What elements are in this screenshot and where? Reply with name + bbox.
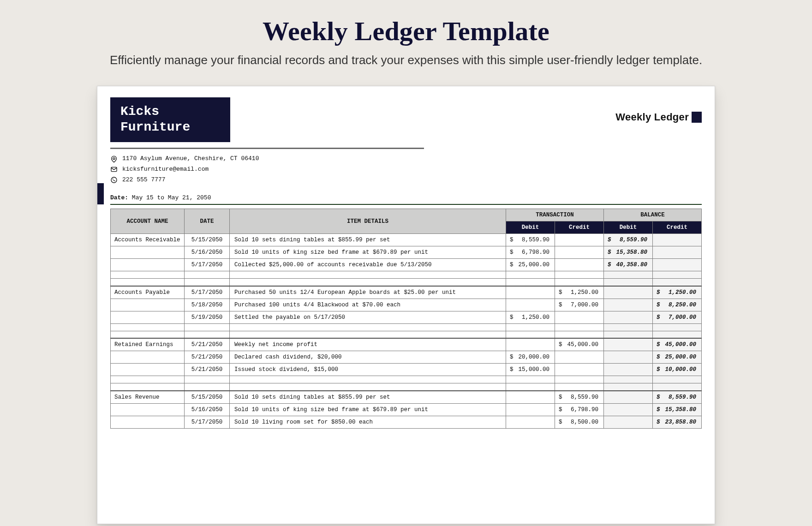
cell-b-credit: $1,250.00 xyxy=(652,286,701,299)
location-icon xyxy=(110,155,118,163)
cell-b-debit: $15,358.80 xyxy=(603,246,652,259)
cell-item: Weekly net income profit xyxy=(230,338,506,351)
email-icon xyxy=(110,166,118,173)
cell-b-credit: $8,559.90 xyxy=(652,391,701,404)
contact-block: 1170 Asylum Avenue, Cheshire, CT 06410 k… xyxy=(110,154,702,185)
table-row: Accounts Payable5/17/2050Purchased 50 un… xyxy=(111,286,702,299)
brand-line1: Kicks xyxy=(120,104,159,119)
weekly-ledger-label: Weekly Ledger xyxy=(615,111,689,123)
brand-line2: Furniture xyxy=(120,120,219,135)
cell-item: Sold 10 units of king size bed frame at … xyxy=(230,403,506,416)
cell-t-credit: $8,559.90 xyxy=(555,391,603,404)
cell-b-credit xyxy=(652,259,701,271)
cell-t-debit xyxy=(506,338,555,351)
cell-t-credit xyxy=(555,246,603,259)
cell-date: 5/21/2050 xyxy=(185,351,230,364)
cell-b-debit xyxy=(603,403,652,416)
page-title: Weekly Ledger Template xyxy=(0,16,812,47)
cell-date: 5/18/2050 xyxy=(185,299,230,311)
cell-account: Accounts Receivable xyxy=(111,234,185,246)
table-spacer xyxy=(111,376,702,383)
weekly-ledger-title: Weekly Ledger xyxy=(615,111,702,123)
cell-item: Collected $25,000.00 of accounts receiva… xyxy=(230,259,506,271)
cell-t-credit: $1,250.00 xyxy=(555,286,603,299)
cell-account xyxy=(111,351,185,364)
cell-b-debit xyxy=(603,286,652,299)
cell-t-credit: $8,500.00 xyxy=(555,416,603,428)
cell-t-credit xyxy=(555,311,603,323)
cell-b-credit: $45,000.00 xyxy=(652,338,701,351)
cell-account xyxy=(111,416,185,428)
col-balance: BALANCE xyxy=(603,209,701,221)
header-divider xyxy=(110,148,424,149)
table-spacer xyxy=(111,323,702,331)
cell-b-debit xyxy=(603,416,652,428)
cell-b-credit: $23,858.80 xyxy=(652,416,701,428)
col-t-credit: Credit xyxy=(555,221,603,234)
cell-b-debit xyxy=(603,299,652,311)
cell-account xyxy=(111,299,185,311)
page-subtitle: Efficiently manage your financial record… xyxy=(0,53,812,67)
table-row: 5/17/2050Collected $25,000.00 of account… xyxy=(111,259,702,271)
cell-b-credit: $10,000.00 xyxy=(652,364,701,376)
table-row: Retained Earnings5/21/2050Weekly net inc… xyxy=(111,338,702,351)
cell-account xyxy=(111,311,185,323)
cell-b-debit xyxy=(603,351,652,364)
table-spacer xyxy=(111,331,702,338)
cell-account: Retained Earnings xyxy=(111,338,185,351)
date-value: May 15 to May 21, 2050 xyxy=(132,194,211,201)
cell-t-debit: $20,000.00 xyxy=(506,351,555,364)
svg-point-0 xyxy=(113,157,115,159)
table-row: 5/17/2050Sold 10 living room set for $85… xyxy=(111,416,702,428)
cell-account xyxy=(111,259,185,271)
cell-t-debit xyxy=(506,416,555,428)
cell-item: Purchased 50 units 12/4 European Apple b… xyxy=(230,286,506,299)
cell-t-debit xyxy=(506,299,555,311)
col-item: ITEM DETAILS xyxy=(230,209,506,234)
cell-t-credit: $45,000.00 xyxy=(555,338,603,351)
cell-b-debit xyxy=(603,364,652,376)
date-range: Date: May 15 to May 21, 2050 xyxy=(110,194,702,201)
col-date: DATE xyxy=(185,209,230,234)
cell-item: Issued stock dividend, $15,000 xyxy=(230,364,506,376)
cell-t-debit: $1,250.00 xyxy=(506,311,555,323)
cell-account: Accounts Payable xyxy=(111,286,185,299)
cell-item: Purchased 100 units 4/4 Blackwood at $70… xyxy=(230,299,506,311)
table-spacer xyxy=(111,279,702,286)
ledger-sheet: Kicks Furniture Weekly Ledger 1170 Asylu… xyxy=(97,86,715,524)
svg-point-2 xyxy=(111,177,117,183)
cell-item: Sold 10 sets dining tables at $855.99 pe… xyxy=(230,234,506,246)
col-t-debit: Debit xyxy=(506,221,555,234)
cell-date: 5/15/2050 xyxy=(185,391,230,404)
cell-t-debit xyxy=(506,391,555,404)
table-spacer xyxy=(111,383,702,391)
cell-item: Sold 10 living room set for $850.00 each xyxy=(230,416,506,428)
table-header-row-1: ACCOUNT NAME DATE ITEM DETAILS TRANSACTI… xyxy=(111,209,702,221)
cell-t-credit: $7,000.00 xyxy=(555,299,603,311)
table-spacer xyxy=(111,271,702,279)
cell-t-credit xyxy=(555,351,603,364)
table-row: 5/19/2050Settled the payable on 5/17/205… xyxy=(111,311,702,323)
cell-date: 5/16/2050 xyxy=(185,403,230,416)
cell-date: 5/15/2050 xyxy=(185,234,230,246)
cell-t-debit xyxy=(506,286,555,299)
cell-b-credit: $15,358.80 xyxy=(652,403,701,416)
table-row: 5/21/2050Issued stock dividend, $15,000$… xyxy=(111,364,702,376)
contact-address: 1170 Asylum Avenue, Cheshire, CT 06410 xyxy=(122,154,259,164)
cell-item: Sold 10 units of king size bed frame at … xyxy=(230,246,506,259)
table-row: 5/18/2050Purchased 100 units 4/4 Blackwo… xyxy=(111,299,702,311)
cell-date: 5/17/2050 xyxy=(185,286,230,299)
cell-item: Settled the payable on 5/17/2050 xyxy=(230,311,506,323)
col-account: ACCOUNT NAME xyxy=(111,209,185,234)
cell-b-credit: $25,000.00 xyxy=(652,351,701,364)
cell-b-debit xyxy=(603,391,652,404)
cell-date: 5/21/2050 xyxy=(185,338,230,351)
cell-account xyxy=(111,403,185,416)
cell-date: 5/16/2050 xyxy=(185,246,230,259)
cell-item: Declared cash dividend, $20,000 xyxy=(230,351,506,364)
col-b-credit: Credit xyxy=(652,221,701,234)
cell-t-credit xyxy=(555,364,603,376)
cell-account: Sales Revenue xyxy=(111,391,185,404)
cell-b-credit: $7,000.00 xyxy=(652,311,701,323)
ledger-table: ACCOUNT NAME DATE ITEM DETAILS TRANSACTI… xyxy=(110,209,702,429)
